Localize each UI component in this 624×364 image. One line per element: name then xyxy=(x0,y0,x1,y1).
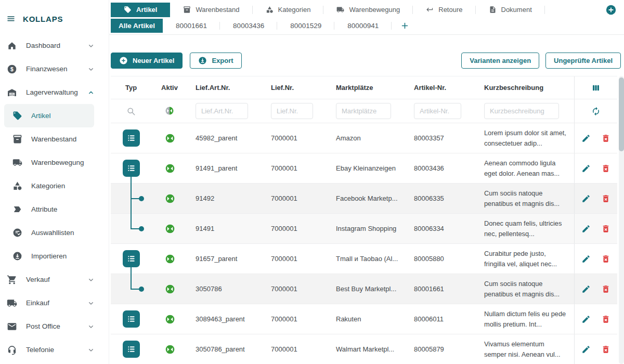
expand-children-button[interactable] xyxy=(123,160,140,177)
sidebar-item-label: Attribute xyxy=(31,205,88,213)
tab-artikel[interactable]: Artikel xyxy=(111,3,170,17)
expand-children-button[interactable] xyxy=(123,250,140,267)
table-row[interactable]: 914917000001Instagram Shopping80006334Do… xyxy=(111,213,617,243)
new-article-button[interactable]: Neuer Artikel xyxy=(111,53,183,69)
edit-row-button[interactable] xyxy=(581,315,591,324)
add-tab-button[interactable] xyxy=(605,4,617,16)
edit-row-button[interactable] xyxy=(581,194,591,203)
tab-kategorien[interactable]: Kategorien xyxy=(253,3,324,17)
active-toggle[interactable] xyxy=(165,193,175,203)
edit-row-button[interactable] xyxy=(581,134,591,143)
unchecked-articles-button[interactable]: Ungeprüfte Artikel xyxy=(545,53,621,69)
table-row[interactable]: 91657_parent7000001Tmall и Taobao (Al...… xyxy=(111,243,617,274)
delete-row-button[interactable] xyxy=(601,164,610,173)
filter-input-marktplaetze[interactable] xyxy=(336,103,391,119)
filter-aktiv-toggle[interactable] xyxy=(151,99,188,123)
scrollbar-thumb[interactable] xyxy=(619,77,624,151)
sidebar-item-artikel[interactable]: Artikel xyxy=(4,104,94,127)
filter-input-lief-nr[interactable] xyxy=(271,103,313,119)
column-header-marktpl-tze: Marktplätze xyxy=(328,76,406,99)
filter-input-artikel-nr[interactable] xyxy=(414,103,461,119)
tab-warenbewegung[interactable]: Warenbewegung xyxy=(323,3,413,17)
typ-cell xyxy=(111,153,151,183)
expand-children-button[interactable] xyxy=(123,310,140,328)
delete-row-button[interactable] xyxy=(601,254,610,264)
refresh-button[interactable] xyxy=(591,107,601,116)
show-variants-button[interactable]: Varianten anzeigen xyxy=(461,53,539,69)
column-settings-button[interactable] xyxy=(591,83,601,93)
subtab-label: 80001529 xyxy=(290,22,321,30)
tab-warenbestand[interactable]: Warenbestand xyxy=(170,3,252,17)
table-row[interactable]: 3089463_parent7000001Rakuten80006011Null… xyxy=(111,304,617,334)
logo-row: KOLLAPS xyxy=(0,0,109,31)
sidebar-item-lagerverwaltung[interactable]: Lagerverwaltung xyxy=(0,81,109,104)
expand-children-button[interactable] xyxy=(123,341,140,358)
table-row[interactable]: 30507867000001Best Buy Marketpl...800016… xyxy=(111,274,617,304)
subtab-alle-artikel[interactable]: Alle Artikel xyxy=(111,19,163,33)
active-toggle[interactable] xyxy=(165,314,175,324)
table-row[interactable]: 914927000001Facebook Marketp...80006335C… xyxy=(111,183,617,213)
table-row[interactable]: 45982_parent7000001Amazon80003357Lorem i… xyxy=(111,123,617,153)
trash-icon xyxy=(601,284,610,294)
subtab-label: 80003436 xyxy=(233,22,264,30)
return-icon xyxy=(426,6,434,14)
add-subtab-button[interactable] xyxy=(392,19,418,33)
aktiv-cell xyxy=(151,334,188,364)
sidebar-item-importieren[interactable]: Importieren xyxy=(4,244,94,268)
filter-input-lief-art-nr[interactable] xyxy=(196,103,248,119)
lief-nr-cell: 7000001 xyxy=(263,304,328,334)
table-body: 45982_parent7000001Amazon80003357Lorem i… xyxy=(111,123,617,364)
active-icon xyxy=(165,254,175,264)
sidebar-item-einkauf[interactable]: Einkauf xyxy=(0,291,109,315)
trash-icon xyxy=(601,164,610,173)
active-toggle[interactable] xyxy=(165,163,175,173)
sidebar-item-finanzwesen[interactable]: $Finanzwesen xyxy=(0,57,109,81)
active-toggle[interactable] xyxy=(165,344,175,354)
subtab-80001529[interactable]: 80001529 xyxy=(277,19,334,33)
delete-row-button[interactable] xyxy=(601,315,610,324)
filter-cell-lief-art-nr xyxy=(188,99,263,123)
edit-row-button[interactable] xyxy=(581,345,591,354)
export-button[interactable]: Export xyxy=(190,53,241,69)
lief-nr-cell: 7000001 xyxy=(263,184,328,213)
delete-row-button[interactable] xyxy=(601,134,610,143)
sidebar-item-auswahllisten[interactable]: Auswahllisten xyxy=(4,221,94,244)
menu-toggle-button[interactable] xyxy=(6,14,16,23)
table-row[interactable]: 3050786_parent7000001Walmart Marketpl...… xyxy=(111,334,617,364)
tab-label: Artikel xyxy=(136,6,157,14)
sidebar-item-attribute[interactable]: Attribute xyxy=(4,198,94,221)
sidebar-item-dashboard[interactable]: Dashboard xyxy=(0,34,109,57)
sidebar-item-warenbestand[interactable]: Warenbestand xyxy=(4,127,94,151)
active-toggle[interactable] xyxy=(165,224,175,233)
delete-row-button[interactable] xyxy=(601,345,610,354)
sidebar-item-warenbewegung[interactable]: Warenbewegung xyxy=(4,151,94,174)
subtab-80003436[interactable]: 80003436 xyxy=(220,19,277,33)
active-toggle[interactable] xyxy=(165,254,175,264)
delete-row-button[interactable] xyxy=(601,284,610,294)
filter-typ[interactable] xyxy=(111,99,151,123)
edit-row-button[interactable] xyxy=(581,164,591,173)
download-icon xyxy=(12,251,22,261)
active-toggle[interactable] xyxy=(165,284,175,294)
edit-row-button[interactable] xyxy=(581,224,591,233)
active-toggle[interactable] xyxy=(165,133,175,143)
edit-row-button[interactable] xyxy=(581,254,591,264)
filter-input-kurzbeschreibung[interactable] xyxy=(484,103,559,119)
mail-icon xyxy=(7,321,17,332)
delete-row-button[interactable] xyxy=(601,194,610,203)
subtab-80000941[interactable]: 80000941 xyxy=(334,19,392,33)
vertical-scrollbar[interactable] xyxy=(619,76,624,364)
sidebar-item-verkauf[interactable]: Verkauf xyxy=(0,268,109,291)
tab-dokument[interactable]: Dokument xyxy=(476,3,545,17)
expand-children-button[interactable] xyxy=(123,129,140,147)
edit-row-button[interactable] xyxy=(581,284,591,294)
sidebar-item-post-office[interactable]: Post Office xyxy=(0,315,109,338)
table-row[interactable]: 91491_parent7000001Ebay Kleinanzeigen800… xyxy=(111,153,617,183)
typ-cell xyxy=(111,274,151,304)
subtab-80001661[interactable]: 80001661 xyxy=(163,19,220,33)
sidebar-item-telefonie[interactable]: Telefonie xyxy=(0,338,109,361)
delete-row-button[interactable] xyxy=(601,224,610,233)
tab-retoure[interactable]: Retoure xyxy=(413,3,475,17)
chevron-down-icon xyxy=(87,346,95,354)
sidebar-item-kategorien[interactable]: Kategorien xyxy=(4,174,94,198)
